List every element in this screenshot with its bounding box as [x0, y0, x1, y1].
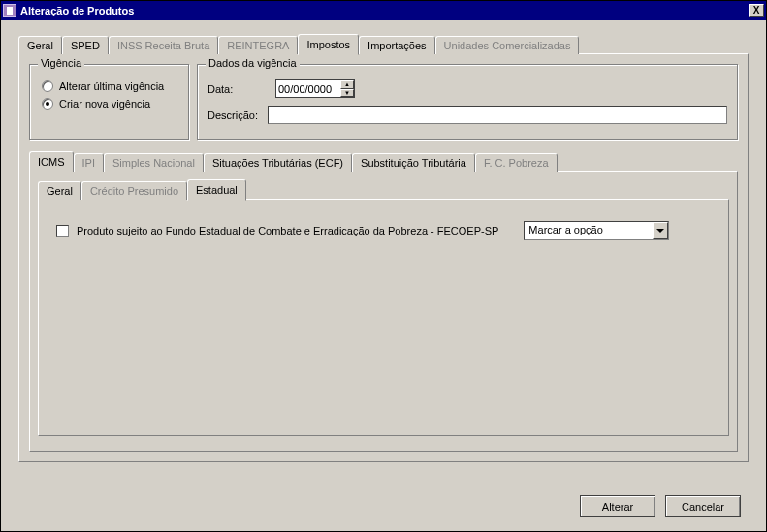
fecoep-dropdown[interactable]: Marcar a opção — [524, 221, 669, 240]
spin-down[interactable]: ▼ — [340, 89, 354, 98]
inner2-tab-page: Produto sujeito ao Fundo Estadual de Com… — [38, 199, 729, 436]
main-tabs: Geral SPED INSS Receita Bruta REINTEGRA … — [18, 34, 749, 462]
fieldset-dados-vigencia: Dados da vigência Data: ▲ ▼ — [197, 64, 738, 140]
descricao-input[interactable] — [268, 106, 727, 124]
tab-inss: INSS Receita Bruta — [109, 36, 218, 54]
tab-situacoes[interactable]: Situações Tributárias (ECF) — [204, 153, 352, 172]
fecoep-checkbox-label: Produto sujeito ao Fundo Estadual de Com… — [77, 225, 498, 236]
fecoep-dropdown-value: Marcar a opção — [525, 222, 653, 239]
cancelar-button[interactable]: Cancelar — [665, 495, 741, 517]
radio-criar-vigencia[interactable]: Criar nova vigência — [42, 98, 178, 110]
main-tab-strip: Geral SPED INSS Receita Bruta REINTEGRA … — [18, 34, 749, 54]
tab-reintegra: REINTEGRA — [218, 36, 298, 54]
inner-tabs: ICMS IPI Simples Nacional Situações Trib… — [29, 151, 738, 452]
dialog-buttons: Alterar Cancelar — [580, 495, 741, 517]
radio-alterar-label: Alterar última vigência — [59, 80, 164, 92]
tab-estadual[interactable]: Estadual — [187, 179, 246, 201]
tab-importacoes[interactable]: Importações — [359, 36, 435, 54]
radio-criar-label: Criar nova vigência — [59, 98, 150, 110]
tab-geral[interactable]: Geral — [18, 36, 62, 54]
data-input-wrap: ▲ ▼ — [275, 79, 355, 98]
tab-icms[interactable]: ICMS — [29, 151, 74, 172]
radio-alterar-vigencia[interactable]: Alterar última vigência — [42, 80, 178, 92]
tab-ipi: IPI — [74, 153, 104, 172]
radio-icon — [42, 98, 53, 110]
content-area: Geral SPED INSS Receita Bruta REINTEGRA … — [1, 20, 766, 531]
tab-fcpobreza: F. C. Pobreza — [475, 153, 558, 172]
inner2-tab-strip: Geral Crédito Presumido Estadual — [38, 179, 729, 200]
tab-icms-geral[interactable]: Geral — [38, 181, 81, 200]
title-bar: Alteração de Produtos X — [1, 1, 766, 20]
chevron-down-icon — [653, 222, 668, 239]
tab-sped[interactable]: SPED — [62, 36, 109, 54]
tab-substituicao[interactable]: Substituição Tributária — [352, 153, 475, 172]
descricao-label: Descrição: — [208, 110, 268, 121]
tab-unidades: Unidades Comercializadas — [435, 36, 580, 54]
vigencia-legend: Vigência — [38, 57, 84, 69]
data-input[interactable] — [276, 80, 340, 97]
date-spinner: ▲ ▼ — [340, 80, 354, 97]
main-tab-page: Vigência Alterar última vigência Criar n… — [18, 53, 749, 462]
dados-legend: Dados da vigência — [206, 57, 300, 69]
tab-credito-presumido: Crédito Presumido — [81, 181, 187, 200]
tab-simples: Simples Nacional — [104, 153, 204, 172]
tab-impostos[interactable]: Impostos — [298, 34, 359, 55]
inner2-tabs: Geral Crédito Presumido Estadual Produto… — [38, 179, 729, 436]
spin-up[interactable]: ▲ — [340, 80, 354, 89]
window-title: Alteração de Produtos — [20, 5, 749, 16]
radio-icon — [42, 80, 53, 92]
window-frame: Alteração de Produtos X Geral SPED INSS … — [0, 0, 767, 532]
alterar-button[interactable]: Alterar — [580, 495, 655, 517]
close-button[interactable]: X — [749, 4, 764, 17]
data-label: Data: — [208, 83, 275, 95]
inner-tab-strip: ICMS IPI Simples Nacional Situações Trib… — [29, 151, 738, 172]
fieldset-vigencia: Vigência Alterar última vigência Criar n… — [29, 64, 189, 140]
inner-tab-page: Geral Crédito Presumido Estadual Produto… — [29, 171, 738, 452]
app-icon — [3, 4, 16, 17]
fecoep-checkbox[interactable] — [56, 225, 69, 237]
